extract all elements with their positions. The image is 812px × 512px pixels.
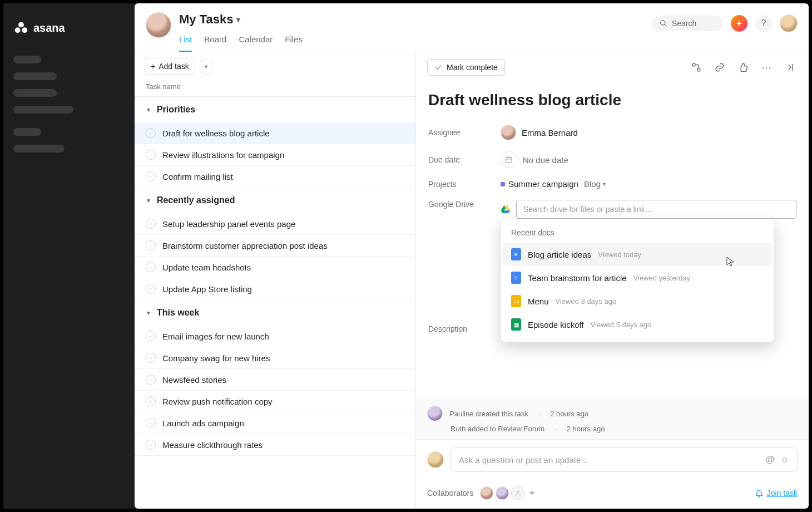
- task-row[interactable]: Setup leadership panel events page: [135, 213, 415, 235]
- tab-list[interactable]: List: [179, 31, 192, 52]
- google-sheets-icon: ▦: [511, 318, 521, 331]
- mark-complete-button[interactable]: Mark complete: [427, 59, 505, 76]
- task-row[interactable]: Company swag for new hires: [135, 347, 415, 369]
- complete-toggle[interactable]: [146, 240, 156, 250]
- section-header[interactable]: ▼This week: [135, 300, 415, 326]
- drive-result-item[interactable]: ▦Episode kickoffViewed 5 days ago: [503, 313, 771, 336]
- collaborator-placeholder[interactable]: [511, 486, 524, 500]
- task-detail-pane: Mark complete ⋯: [416, 52, 809, 509]
- task-row[interactable]: Email images for new launch: [135, 326, 415, 347]
- join-task-button[interactable]: Join task: [755, 489, 798, 498]
- bell-icon: [755, 489, 764, 498]
- calendar-icon: [501, 151, 517, 168]
- task-title: Draft for wellness blog article: [162, 129, 404, 138]
- task-row[interactable]: Launch ads campaign: [135, 412, 415, 434]
- svg-line-4: [665, 24, 666, 26]
- collaborator-avatar[interactable]: [496, 486, 509, 500]
- complete-toggle[interactable]: [146, 219, 156, 229]
- drive-result-item[interactable]: ≡Team brainstorm for articleViewed yeste…: [503, 266, 771, 289]
- tab-calendar[interactable]: Calendar: [239, 31, 273, 52]
- google-drive-search-input[interactable]: [516, 200, 796, 219]
- activity-text: Pauline created this task: [449, 410, 528, 418]
- section-header[interactable]: ▼Recently assigned: [135, 188, 415, 213]
- complete-toggle[interactable]: [146, 331, 156, 341]
- add-collaborator-button[interactable]: +: [529, 488, 535, 499]
- assignee-value[interactable]: Emma Bernard: [501, 125, 578, 140]
- drive-file-meta: Viewed 5 days ago: [591, 321, 652, 329]
- composer-avatar: [427, 451, 444, 468]
- task-row[interactable]: Update team headshots: [135, 257, 415, 278]
- tab-board[interactable]: Board: [204, 31, 226, 52]
- section-title: This week: [157, 308, 199, 318]
- section-header[interactable]: ▼Priorities: [135, 97, 415, 122]
- project-column-dropdown[interactable]: Blog ▾: [584, 179, 606, 189]
- task-title: Update App Store listing: [162, 284, 404, 294]
- copy-link-icon[interactable]: [712, 60, 727, 75]
- task-row[interactable]: Newsfeed stories: [135, 369, 415, 391]
- upgrade-button[interactable]: +: [731, 15, 747, 32]
- user-avatar[interactable]: [146, 12, 171, 38]
- brand-logo[interactable]: asana: [13, 20, 125, 36]
- nav-placeholder: [13, 128, 41, 136]
- complete-toggle[interactable]: [146, 284, 156, 294]
- drive-file-meta: Viewed today: [598, 250, 641, 259]
- task-row[interactable]: Measure clickthrough rates: [135, 434, 415, 456]
- comment-input[interactable]: Ask a question or post an update... @ ☺: [450, 447, 798, 472]
- subtasks-icon[interactable]: [689, 60, 704, 75]
- column-header-task-name: Task name: [135, 80, 415, 97]
- task-row[interactable]: Update App Store listing: [135, 278, 415, 300]
- task-row[interactable]: Review illustrations for campaign: [135, 144, 415, 166]
- collaborator-avatar[interactable]: [480, 486, 493, 500]
- nav-placeholder: [13, 72, 57, 80]
- project-chip[interactable]: Summer campaign: [501, 179, 578, 189]
- triangle-down-icon: ▼: [146, 198, 151, 204]
- drive-file-name: Menu: [528, 297, 549, 306]
- mention-icon[interactable]: @: [765, 455, 774, 465]
- complete-toggle[interactable]: [146, 128, 156, 138]
- task-row[interactable]: Brainstorm customer appreciation post id…: [135, 235, 415, 257]
- add-task-dropdown[interactable]: ▾: [200, 60, 212, 73]
- view-tabs: ListBoardCalendarFiles: [179, 31, 303, 52]
- cursor-icon: [726, 256, 735, 269]
- google-slides-icon: ▭: [511, 295, 521, 307]
- task-title: Email images for new launch: [162, 332, 404, 341]
- help-button[interactable]: ?: [755, 15, 772, 32]
- like-icon[interactable]: [735, 60, 751, 75]
- collaborators-bar: Collaborators + Join task: [416, 480, 809, 509]
- svg-rect-5: [692, 63, 695, 66]
- page-title-dropdown[interactable]: My Tasks ▾: [179, 12, 303, 27]
- left-sidebar: asana: [3, 3, 135, 509]
- task-row[interactable]: Draft for wellness blog article: [135, 122, 415, 144]
- complete-toggle[interactable]: [146, 418, 156, 428]
- due-date-value[interactable]: No due date: [501, 151, 568, 168]
- svg-point-0: [18, 22, 24, 28]
- tab-files[interactable]: Files: [285, 31, 303, 52]
- add-task-button[interactable]: + Add task: [145, 58, 195, 75]
- complete-toggle[interactable]: [146, 396, 156, 406]
- current-user-avatar[interactable]: [780, 14, 798, 32]
- task-title: Review push notification copy: [162, 397, 404, 406]
- complete-toggle[interactable]: [146, 440, 156, 450]
- global-search[interactable]: Search: [652, 16, 723, 31]
- complete-toggle[interactable]: [146, 262, 156, 272]
- drive-file-name: Blog article ideas: [528, 250, 591, 259]
- complete-toggle[interactable]: [146, 171, 156, 181]
- complete-toggle[interactable]: [146, 150, 156, 160]
- svg-point-2: [22, 27, 27, 33]
- collaborators-label: Collaborators: [427, 489, 473, 498]
- drive-result-item[interactable]: ▭MenuViewed 3 days ago: [503, 289, 771, 313]
- more-icon[interactable]: ⋯: [759, 60, 774, 75]
- task-detail-title[interactable]: Draft wellness blog article: [428, 91, 796, 109]
- task-title: Launch ads campaign: [162, 419, 404, 428]
- task-row[interactable]: Confirm mailing list: [135, 166, 415, 188]
- svg-rect-6: [697, 68, 700, 71]
- close-detail-icon[interactable]: [782, 60, 798, 75]
- task-list-pane: + Add task ▾ Task name ▼PrioritiesDraft …: [135, 52, 416, 509]
- complete-toggle[interactable]: [146, 353, 156, 363]
- assignee-label: Assignee: [428, 128, 489, 137]
- emoji-icon[interactable]: ☺: [780, 455, 789, 465]
- activity-time: 2 hours ago: [567, 425, 605, 433]
- complete-toggle[interactable]: [146, 375, 156, 385]
- task-title: Measure clickthrough rates: [162, 440, 404, 450]
- task-row[interactable]: Review push notification copy: [135, 391, 415, 412]
